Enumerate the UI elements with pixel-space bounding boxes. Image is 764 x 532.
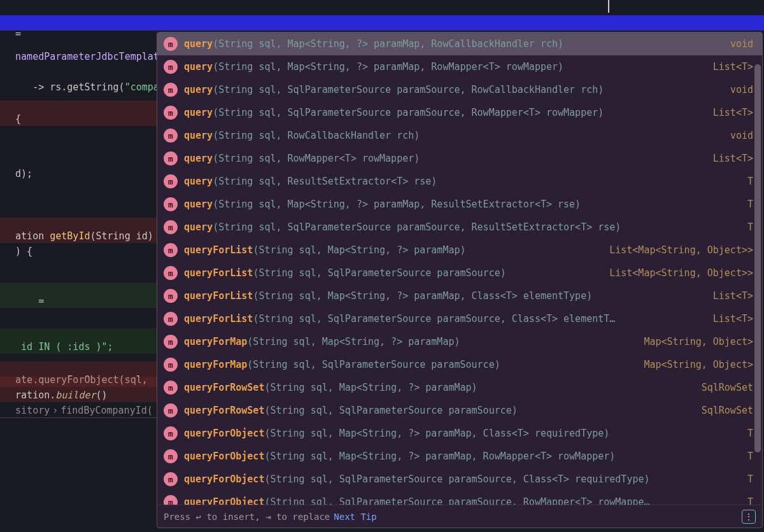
eq-op: = — [15, 28, 21, 39]
suggestion-return-type: List<T> — [713, 290, 753, 302]
code-line-diff-removed: { — [0, 101, 157, 126]
suggestion-return-type: Map<String, Object> — [644, 336, 753, 347]
autocomplete-item[interactable]: mquery(String sql, SqlParameterSource pa… — [157, 78, 762, 101]
suggestion-return-type: List<T> — [713, 61, 753, 73]
suggestion-signature: queryForObject(String sql, SqlParameterS… — [184, 496, 736, 505]
method-icon: m — [164, 60, 178, 74]
suggestion-signature: query(String sql, SqlParameterSource par… — [184, 107, 702, 118]
suggestion-signature: queryForRowSet(String sql, Map<String, ?… — [184, 382, 690, 393]
autocomplete-item[interactable]: mqueryForRowSet(String sql, SqlParameter… — [157, 399, 762, 422]
suggestion-signature: query(String sql, RowMapper<T> rowMapper… — [184, 153, 702, 164]
method-icon: m — [164, 403, 178, 417]
method-icon: m — [164, 426, 178, 440]
code-line-diff-added: = — [0, 283, 157, 308]
footer-hint: Press ↩ to insert, ⇥ to replace — [164, 512, 330, 522]
autocomplete-item[interactable]: mquery(String sql, Map<String, ?> paramM… — [157, 193, 762, 216]
autocomplete-item[interactable]: mqueryForList(String sql, Map<String, ?>… — [157, 239, 762, 262]
suggestion-return-type: SqlRowSet — [702, 382, 753, 393]
autocomplete-item[interactable]: mquery(String sql, Map<String, ?> paramM… — [157, 55, 762, 78]
scrollbar[interactable] — [754, 64, 761, 502]
suggestion-signature: query(String sql, ResultSetExtractor<T> … — [184, 176, 736, 187]
breadcrumb[interactable]: sitory›findByCompanyId( — [0, 392, 157, 418]
suggestion-signature: query(String sql, SqlParameterSource par… — [184, 221, 736, 233]
suggestion-signature: query(String sql, RowCallbackHandler rch… — [184, 130, 719, 141]
suggestion-signature: queryForRowSet(String sql, SqlParameterS… — [184, 405, 690, 416]
suggestion-return-type: List<Map<String, Object>> — [609, 267, 753, 279]
method-icon: m — [164, 243, 178, 257]
method-icon: m — [164, 220, 178, 234]
method-icon: m — [164, 472, 178, 486]
method-icon: m — [164, 129, 178, 143]
suggestion-signature: queryForList(String sql, Map<String, ?> … — [184, 244, 598, 256]
autocomplete-item[interactable]: mqueryForRowSet(String sql, Map<String, … — [157, 376, 762, 399]
suggestion-return-type: T — [747, 428, 753, 439]
suggestion-return-type: T — [747, 199, 753, 210]
method-icon: m — [164, 83, 178, 97]
method-icon: m — [164, 266, 178, 280]
autocomplete-list[interactable]: mquery(String sql, Map<String, ?> paramM… — [157, 32, 762, 505]
method-icon: m — [164, 495, 178, 505]
method-icon: m — [164, 358, 178, 372]
suggestion-return-type: T — [747, 496, 753, 505]
suggestion-signature: queryForList(String sql, SqlParameterSou… — [184, 267, 598, 279]
autocomplete-footer: Press ↩ to insert, ⇥ to replace Next Tip… — [157, 505, 762, 528]
suggestion-signature: queryForList(String sql, Map<String, ?> … — [184, 290, 702, 302]
method-icon: m — [164, 37, 178, 51]
autocomplete-item[interactable]: mqueryForMap(String sql, SqlParameterSou… — [157, 353, 762, 376]
suggestion-signature: queryForObject(String sql, SqlParameterS… — [184, 473, 736, 485]
autocomplete-item[interactable]: mqueryForObject(String sql, SqlParameter… — [157, 468, 762, 491]
kebab-icon: ⋮ — [744, 512, 753, 522]
autocomplete-item[interactable]: mquery(String sql, SqlParameterSource pa… — [157, 101, 762, 124]
autocomplete-item[interactable]: mquery(String sql, RowMapper<T> rowMappe… — [157, 147, 762, 170]
autocomplete-item[interactable]: mquery(String sql, Map<String, ?> paramM… — [157, 32, 762, 55]
autocomplete-popup: mquery(String sql, Map<String, ?> paramM… — [157, 32, 763, 528]
code-line: d); — [0, 155, 32, 181]
suggestion-return-type: void — [730, 38, 753, 50]
autocomplete-item[interactable]: mquery(String sql, ResultSetExtractor<T>… — [157, 170, 762, 193]
suggestion-signature: query(String sql, Map<String, ?> paramMa… — [184, 61, 702, 73]
method-icon: m — [164, 106, 178, 120]
autocomplete-item[interactable]: mqueryForObject(String sql, SqlParameter… — [157, 491, 762, 505]
method-icon: m — [164, 449, 178, 463]
suggestion-return-type: T — [747, 221, 753, 233]
scrollbar-thumb[interactable] — [754, 64, 761, 452]
autocomplete-item[interactable]: mquery(String sql, SqlParameterSource pa… — [157, 216, 762, 239]
method-icon: m — [164, 312, 178, 326]
suggestion-signature: queryForList(String sql, SqlParameterSou… — [184, 313, 702, 325]
method-icon: m — [164, 289, 178, 303]
caret-top — [608, 0, 609, 13]
suggestion-return-type: SqlRowSet — [702, 405, 753, 416]
code-line: ) { — [0, 233, 32, 258]
suggestion-signature: queryForMap(String sql, Map<String, ?> p… — [184, 336, 632, 347]
ident-namedParameterJdbcTemplate: namedParameterJdbcTemplate — [15, 51, 165, 62]
method-icon: m — [164, 197, 178, 211]
autocomplete-item[interactable]: mqueryForList(String sql, SqlParameterSo… — [157, 307, 762, 330]
suggestion-return-type: void — [730, 130, 753, 141]
suggestion-return-type: List<Map<String, Object>> — [609, 244, 753, 256]
suggestion-signature: query(String sql, SqlParameterSource par… — [184, 84, 719, 95]
method-icon: m — [164, 174, 178, 188]
suggestion-return-type: void — [730, 84, 753, 95]
suggestion-return-type: List<T> — [713, 313, 753, 325]
suggestion-signature: queryForObject(String sql, Map<String, ?… — [184, 428, 736, 439]
autocomplete-item[interactable]: mquery(String sql, RowCallbackHandler rc… — [157, 124, 762, 147]
suggestion-signature: query(String sql, Map<String, ?> paramMa… — [184, 199, 736, 210]
active-code-line[interactable]: = namedParameterJdbcTemplate.query — [0, 15, 764, 31]
method-icon: m — [164, 381, 178, 395]
suggestion-signature: queryForMap(String sql, SqlParameterSour… — [184, 359, 632, 370]
suggestion-return-type: List<T> — [713, 153, 753, 164]
code-line: -> rs.getString("compan — [0, 69, 165, 94]
code-line-diff-added: id IN ( :ids )"; — [0, 328, 157, 354]
more-options-button[interactable]: ⋮ — [742, 510, 756, 524]
autocomplete-item[interactable]: mqueryForMap(String sql, Map<String, ?> … — [157, 330, 762, 353]
autocomplete-item[interactable]: mqueryForObject(String sql, Map<String, … — [157, 445, 762, 468]
autocomplete-item[interactable]: mqueryForList(String sql, Map<String, ?>… — [157, 284, 762, 307]
suggestion-signature: queryForObject(String sql, Map<String, ?… — [184, 451, 736, 462]
method-icon: m — [164, 335, 178, 349]
autocomplete-item[interactable]: mqueryForObject(String sql, Map<String, … — [157, 422, 762, 445]
suggestion-return-type: T — [747, 451, 753, 462]
next-tip-link[interactable]: Next Tip — [334, 512, 376, 522]
autocomplete-item[interactable]: mqueryForList(String sql, SqlParameterSo… — [157, 262, 762, 284]
suggestion-return-type: T — [747, 176, 753, 187]
suggestion-signature: query(String sql, Map<String, ?> paramMa… — [184, 38, 719, 50]
